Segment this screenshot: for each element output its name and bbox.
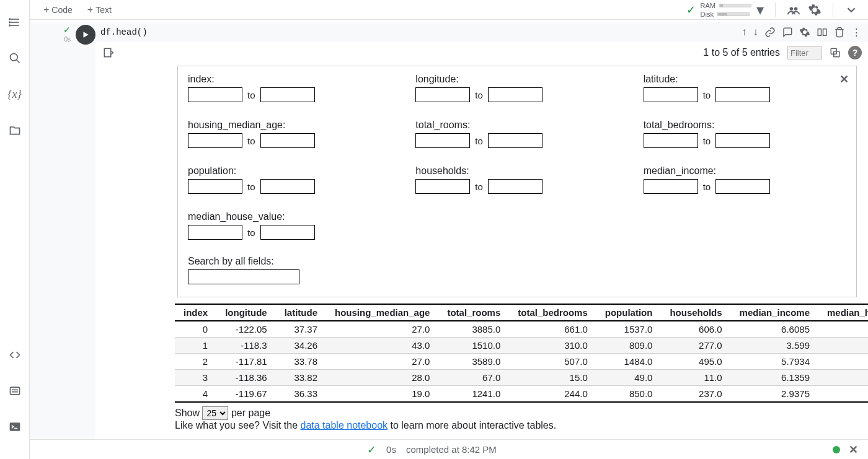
table-cell: 1241.0: [438, 386, 509, 403]
filter-to-input[interactable]: [260, 179, 315, 194]
move-down-icon[interactable]: ↓: [753, 26, 759, 38]
filter-input[interactable]: [787, 46, 822, 59]
add-code-button[interactable]: + Code: [40, 4, 76, 16]
table-row: 1-118.334.2643.01510.0310.0809.0277.03.5…: [175, 338, 868, 354]
show-label-b: per page: [231, 408, 270, 418]
close-status-icon[interactable]: ✕: [849, 443, 858, 457]
filter-to-input[interactable]: [488, 133, 542, 148]
svg-point-13: [790, 7, 794, 11]
filter-to-label: to: [247, 90, 255, 100]
filter-to-input[interactable]: [715, 179, 770, 194]
delete-cell-icon[interactable]: [834, 27, 845, 38]
cell-exec-time: 0s: [64, 36, 71, 43]
mirror-cell-icon[interactable]: [817, 27, 828, 38]
page-size-select[interactable]: 25: [202, 406, 228, 420]
filter-to-label: to: [475, 90, 483, 100]
search-all-input[interactable]: [188, 269, 299, 284]
column-header[interactable]: households: [661, 304, 730, 321]
filter-to-input[interactable]: [715, 133, 770, 148]
terminal-icon[interactable]: [7, 419, 22, 434]
filter-to-input[interactable]: [488, 179, 542, 194]
column-header[interactable]: latitude: [276, 304, 326, 321]
filter-label: total_bedrooms:: [644, 120, 846, 131]
table-cell: 67.0: [438, 370, 509, 386]
svg-rect-16: [818, 29, 821, 36]
filter-to-input[interactable]: [715, 87, 770, 102]
filter-from-input[interactable]: [188, 179, 242, 194]
filter-panel: ✕ index:tolongitude:tolatitude:tohousing…: [177, 66, 857, 297]
link-icon[interactable]: [764, 27, 776, 38]
share-icon[interactable]: [787, 3, 800, 17]
comment-icon[interactable]: [782, 27, 793, 38]
table-cell: 28.0: [326, 370, 438, 386]
command-palette-icon[interactable]: [7, 383, 22, 398]
settings-gear-icon[interactable]: [808, 3, 822, 17]
close-filter-panel-icon[interactable]: ✕: [839, 72, 849, 86]
status-message: completed at 8:42 PM: [406, 444, 497, 455]
more-menu-icon[interactable]: ⋮: [851, 26, 862, 39]
table-cell: 2: [175, 354, 216, 370]
status-time: 0s: [386, 444, 396, 455]
column-header[interactable]: total_rooms: [438, 304, 509, 321]
filter-to-input[interactable]: [488, 87, 542, 102]
table-cell: 19.0: [326, 386, 438, 403]
table-cell: 270500.0: [818, 354, 868, 370]
run-cell-button[interactable]: [76, 25, 95, 45]
filter-from-input[interactable]: [644, 133, 698, 148]
column-header[interactable]: median_income: [731, 304, 818, 321]
table-cell: -119.67: [216, 386, 276, 403]
help-icon[interactable]: ?: [848, 46, 862, 59]
filter-from-input[interactable]: [415, 133, 470, 148]
filter-from-input[interactable]: [188, 133, 242, 148]
copy-icon[interactable]: [830, 47, 841, 58]
table-cell: -118.3: [216, 338, 276, 354]
filter-to-label: to: [247, 136, 255, 146]
table-cell: 3589.0: [438, 354, 509, 370]
data-table-notebook-link[interactable]: data table notebook: [301, 420, 388, 431]
column-header[interactable]: housing_median_age: [326, 304, 438, 321]
table-cell: 3.599: [731, 338, 818, 354]
filter-to-label: to: [247, 181, 255, 192]
cell-settings-gear-icon[interactable]: [799, 27, 810, 38]
filter-to-input[interactable]: [260, 133, 315, 148]
column-header[interactable]: index: [175, 304, 216, 321]
variables-icon[interactable]: {x}: [7, 87, 22, 102]
svg-rect-18: [104, 48, 111, 57]
search-icon[interactable]: [7, 51, 22, 66]
toc-icon[interactable]: [7, 15, 22, 30]
filter-from-input[interactable]: [644, 87, 698, 102]
table-cell: 1510.0: [438, 338, 509, 354]
table-cell: 33.82: [276, 370, 326, 386]
expand-chevron-icon[interactable]: [844, 3, 858, 17]
table-cell: 6.1359: [731, 370, 818, 386]
code-input[interactable]: df.head(): [95, 22, 742, 42]
files-icon[interactable]: [7, 123, 22, 138]
filter-to-label: to: [475, 181, 483, 192]
table-cell: 277.0: [661, 338, 730, 354]
filter-from-input[interactable]: [415, 87, 470, 102]
filter-from-input[interactable]: [188, 87, 242, 102]
filter-label: population:: [188, 165, 391, 177]
filter-label: median_income:: [644, 165, 846, 177]
move-up-icon[interactable]: ↑: [742, 26, 747, 38]
table-cell: -117.81: [216, 354, 276, 370]
status-check-icon: ✓: [367, 443, 376, 457]
add-text-button[interactable]: + Text: [84, 4, 115, 16]
column-header[interactable]: total_bedrooms: [509, 304, 596, 321]
plus-icon: +: [43, 5, 49, 15]
filter-from-input[interactable]: [188, 225, 242, 240]
runtime-menu-caret-icon[interactable]: ▾: [756, 1, 764, 19]
column-header[interactable]: population: [596, 304, 662, 321]
column-header[interactable]: longitude: [216, 304, 276, 321]
table-cell: 809.0: [596, 338, 662, 354]
code-snippets-icon[interactable]: [7, 348, 22, 362]
table-row: 4-119.6736.3319.01241.0244.0850.0237.02.…: [175, 386, 868, 403]
filter-to-input[interactable]: [260, 225, 315, 240]
output-collapse-icon[interactable]: [98, 47, 119, 58]
filter-from-input[interactable]: [415, 179, 470, 194]
filter-to-input[interactable]: [260, 87, 315, 102]
resource-meter[interactable]: RAM Disk: [701, 2, 751, 18]
column-header[interactable]: median_house_value: [818, 304, 868, 321]
filter-from-input[interactable]: [644, 179, 698, 194]
table-cell: 661.0: [509, 321, 596, 338]
